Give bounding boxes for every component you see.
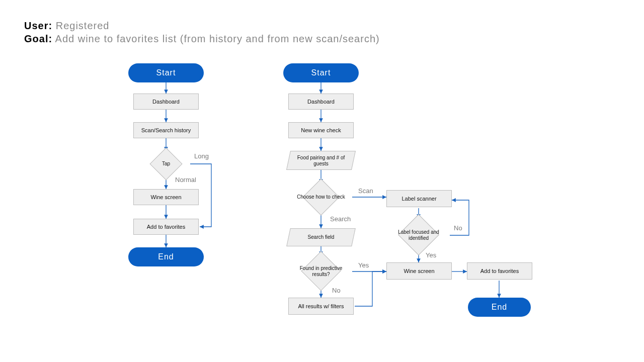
goal-label: Goal: bbox=[24, 33, 52, 44]
right-label-scanner-step: Label scanner bbox=[386, 190, 452, 207]
right-found-label: Found in predictive results? bbox=[290, 265, 352, 277]
right-label-identified-decision: Label focused and identified bbox=[387, 218, 450, 251]
left-history-step: Scan/Search history bbox=[133, 122, 199, 138]
right-choose-decision: Choose how to check bbox=[290, 183, 352, 211]
right-new-check-step: New wine check bbox=[288, 122, 354, 138]
right-label-yes-label: Yes bbox=[426, 251, 436, 259]
right-search-field-input: Search field bbox=[288, 228, 354, 246]
user-value: Registered bbox=[56, 20, 110, 31]
left-tap-decision: Tap bbox=[142, 151, 190, 177]
user-label: User: bbox=[24, 20, 52, 31]
right-start-terminator: Start bbox=[283, 63, 359, 82]
left-tap-long-label: Long bbox=[194, 152, 209, 160]
right-search-field-label: Search field bbox=[288, 234, 354, 240]
flowchart-canvas: User: Registered Goal: Add wine to favor… bbox=[0, 0, 644, 362]
right-food-guests-input: Food pairing and # of guests bbox=[288, 151, 354, 170]
right-choose-search-label: Search bbox=[330, 215, 351, 223]
right-found-yes-label: Yes bbox=[358, 261, 369, 269]
goal-line: Goal: Add wine to favorites list (from h… bbox=[24, 33, 380, 45]
right-label-no-label: No bbox=[454, 224, 462, 232]
left-add-favorites-step: Add to favorites bbox=[133, 219, 199, 235]
right-found-decision: Found in predictive results? bbox=[290, 255, 352, 287]
right-choose-scan-label: Scan bbox=[358, 187, 373, 195]
right-all-results-step: All results w/ filters bbox=[288, 298, 354, 315]
right-wine-screen-step: Wine screen bbox=[386, 262, 452, 280]
right-dashboard-step: Dashboard bbox=[288, 94, 354, 110]
left-dashboard-step: Dashboard bbox=[133, 94, 199, 110]
left-wine-screen-step: Wine screen bbox=[133, 189, 199, 205]
right-food-guests-label: Food pairing and # of guests bbox=[288, 155, 354, 166]
left-tap-normal-label: Normal bbox=[175, 176, 196, 184]
right-label-identified-label: Label focused and identified bbox=[387, 229, 450, 241]
left-tap-label: Tap bbox=[142, 161, 190, 167]
user-line: User: Registered bbox=[24, 20, 109, 32]
right-found-no-label: No bbox=[332, 287, 341, 294]
goal-value: Add wine to favorites list (from history… bbox=[55, 33, 380, 44]
right-choose-label: Choose how to check bbox=[290, 194, 352, 200]
left-start-terminator: Start bbox=[128, 63, 204, 82]
left-end-terminator: End bbox=[128, 247, 204, 266]
right-add-favorites-step: Add to favorites bbox=[467, 262, 532, 280]
right-end-terminator: End bbox=[468, 298, 531, 317]
